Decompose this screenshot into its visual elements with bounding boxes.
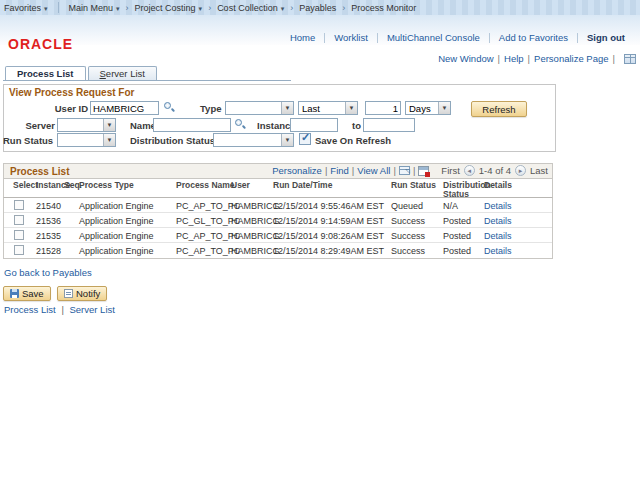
breadcrumb-cost-collection[interactable]: Cost Collection bbox=[213, 3, 288, 13]
days-count-input[interactable] bbox=[365, 101, 401, 115]
col-header-process-type: Process Type bbox=[79, 181, 134, 190]
find-link[interactable]: Find bbox=[330, 165, 348, 176]
add-to-favorites-link[interactable]: Add to Favorites bbox=[490, 32, 577, 43]
link-divider: | bbox=[494, 53, 504, 64]
link-divider: | bbox=[609, 53, 619, 64]
link-divider: | bbox=[390, 165, 398, 176]
table-row: 21540 Application Engine PC_AP_TO_PC HAM… bbox=[4, 198, 552, 213]
grid-column-headers: Select Instance Seq. Process Type Proces… bbox=[3, 179, 553, 198]
sign-out-link[interactable]: Sign out bbox=[578, 32, 634, 43]
details-link[interactable]: Details bbox=[484, 216, 512, 226]
bottom-page-links: Process List | Server List bbox=[4, 304, 115, 315]
app-header: ORACLE Home Worklist MultiChannel Consol… bbox=[0, 15, 640, 45]
user-id-input[interactable] bbox=[90, 101, 159, 115]
cell-process-type: Application Engine bbox=[79, 201, 154, 211]
personalize-link[interactable]: Personalize bbox=[272, 165, 322, 176]
refresh-button[interactable]: Refresh bbox=[471, 101, 527, 117]
name-input[interactable] bbox=[153, 118, 231, 132]
cell-run-status: Success bbox=[391, 216, 425, 226]
new-window-link[interactable]: New Window bbox=[438, 53, 493, 64]
type-select[interactable]: ▼ bbox=[225, 101, 294, 115]
dropdown-arrow-icon: ▼ bbox=[345, 102, 357, 114]
name-lookup-icon[interactable] bbox=[234, 118, 246, 130]
grid-pager: First ◂ 1-4 of 4 ▸ Last bbox=[441, 165, 548, 176]
col-header-details: Details bbox=[484, 181, 512, 190]
link-divider: | bbox=[322, 165, 330, 176]
last-select[interactable]: Last ▼ bbox=[298, 101, 358, 115]
help-link[interactable]: Help bbox=[504, 53, 524, 64]
col-header-run-status: Run Status bbox=[391, 181, 436, 190]
dropdown-arrow-icon: ▼ bbox=[103, 119, 115, 131]
col-header-process-name: Process Name bbox=[176, 181, 235, 190]
tab-server-list[interactable]: Server List bbox=[88, 66, 157, 81]
breadcrumb-main-menu[interactable]: Main Menu bbox=[65, 3, 124, 13]
col-header-run-datetime: Run Date/Time bbox=[273, 181, 332, 190]
row-select-checkbox[interactable] bbox=[14, 245, 24, 255]
tab-process-list[interactable]: Process List bbox=[5, 66, 86, 81]
distribution-status-select[interactable]: ▼ bbox=[213, 133, 294, 147]
breadcrumb-payables[interactable]: Payables bbox=[295, 3, 340, 13]
row-select-checkbox[interactable] bbox=[14, 215, 24, 225]
download-to-excel-icon[interactable] bbox=[418, 166, 429, 176]
pager-range: 1-4 of 4 bbox=[479, 165, 511, 176]
cell-distribution-status: N/A bbox=[443, 201, 489, 211]
go-back-to-payables-link[interactable]: Go back to Payables bbox=[4, 267, 92, 278]
bottom-server-list-link[interactable]: Server List bbox=[70, 304, 115, 315]
breadcrumb-project-costing[interactable]: Project Costing bbox=[131, 3, 207, 13]
details-link[interactable]: Details bbox=[484, 231, 512, 241]
row-select-checkbox[interactable] bbox=[14, 230, 24, 240]
cell-run-status: Queued bbox=[391, 201, 423, 211]
next-page-icon[interactable]: ▸ bbox=[515, 165, 526, 176]
cell-run-datetime: 12/15/2014 9:08:26AM EST bbox=[273, 231, 384, 241]
bottom-process-list-link[interactable]: Process List bbox=[4, 304, 56, 315]
breadcrumb-favorites[interactable]: Favorites bbox=[0, 3, 52, 13]
view-process-request-title: View Process Request For bbox=[9, 87, 134, 98]
cell-process-type: Application Engine bbox=[79, 216, 154, 226]
save-button-label: Save bbox=[22, 288, 44, 299]
breadcrumb-process-monitor[interactable]: Process Monitor bbox=[347, 3, 420, 13]
cell-process-type: Application Engine bbox=[79, 246, 154, 256]
dropdown-arrow-icon: ▼ bbox=[103, 134, 115, 146]
name-label: Name bbox=[130, 120, 156, 131]
checkmark-icon: ✓ bbox=[301, 131, 310, 144]
instance-to-input[interactable] bbox=[363, 118, 415, 132]
pager-last-label[interactable]: Last bbox=[530, 165, 548, 176]
col-header-distribution-status: Distribution Status bbox=[443, 181, 489, 198]
link-divider: | bbox=[410, 165, 418, 176]
type-label: Type bbox=[200, 103, 221, 114]
cell-run-datetime: 12/15/2014 9:14:59AM EST bbox=[273, 216, 384, 226]
multichannel-console-link[interactable]: MultiChannel Console bbox=[378, 32, 489, 43]
zoom-window-icon[interactable] bbox=[399, 166, 410, 175]
distribution-status-label: Distribution Status bbox=[130, 135, 215, 146]
server-select[interactable]: ▼ bbox=[57, 118, 116, 132]
utility-links: New Window | Help | Personalize Page | bbox=[438, 53, 636, 64]
instance-from-input[interactable] bbox=[290, 118, 338, 132]
notify-button[interactable]: Notify bbox=[57, 286, 107, 301]
view-all-link[interactable]: View All bbox=[357, 165, 390, 176]
cell-run-datetime: 12/15/2014 9:55:46AM EST bbox=[273, 201, 384, 211]
details-link[interactable]: Details bbox=[484, 201, 512, 211]
days-select[interactable]: Days ▼ bbox=[405, 101, 451, 115]
breadcrumb: Favorites Main Menu › Project Costing › … bbox=[0, 0, 640, 15]
prev-page-icon[interactable]: ◂ bbox=[464, 165, 475, 176]
home-link[interactable]: Home bbox=[281, 32, 324, 43]
page-layout-icon[interactable] bbox=[624, 54, 636, 64]
server-label: Server bbox=[10, 120, 55, 131]
notify-button-label: Notify bbox=[76, 288, 100, 299]
worklist-link[interactable]: Worklist bbox=[325, 32, 377, 43]
user-id-lookup-icon[interactable] bbox=[163, 101, 175, 113]
cell-distribution-status: Posted bbox=[443, 231, 489, 241]
save-on-refresh-checkbox[interactable]: ✓ bbox=[299, 133, 311, 145]
details-link[interactable]: Details bbox=[484, 246, 512, 256]
cell-instance: 21528 bbox=[36, 246, 61, 256]
breadcrumb-divider bbox=[58, 2, 59, 13]
personalize-page-link[interactable]: Personalize Page bbox=[534, 53, 608, 64]
cell-run-datetime: 12/15/2014 8:29:49AM EST bbox=[273, 246, 384, 256]
col-header-select: Select bbox=[13, 181, 38, 190]
cell-distribution-status: Posted bbox=[443, 216, 489, 226]
row-select-checkbox[interactable] bbox=[14, 200, 24, 210]
pager-first-label[interactable]: First bbox=[441, 165, 459, 176]
cell-process-type: Application Engine bbox=[79, 231, 154, 241]
run-status-select[interactable]: ▼ bbox=[57, 133, 116, 147]
save-button[interactable]: Save bbox=[3, 286, 51, 301]
